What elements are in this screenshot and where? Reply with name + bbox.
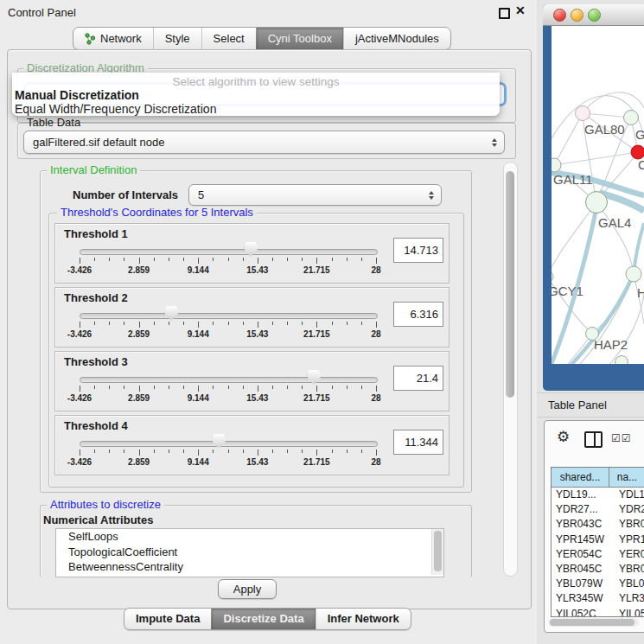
network-edge[interactable] — [583, 92, 644, 113]
table-row[interactable]: YIL052CYIL05 — [552, 607, 644, 618]
slider-track[interactable] — [80, 441, 378, 447]
slider-tick — [183, 322, 184, 325]
table-row[interactable]: YPR145WYPR14 — [552, 532, 644, 547]
threshold-value-field[interactable]: 6.316 — [393, 302, 443, 327]
apply-button[interactable]: Apply — [218, 579, 277, 599]
slider-tick — [258, 450, 258, 456]
column-layout-icon[interactable] — [584, 431, 603, 448]
tab-label: Cyni Toolbox — [268, 28, 332, 49]
network-window-titlebar[interactable] — [543, 4, 644, 26]
tab-label: jActiveMNodules — [355, 28, 439, 49]
cell-shared-name: YDL19... — [552, 488, 614, 502]
tab-cyni-toolbox[interactable]: Cyni Toolbox — [256, 28, 343, 49]
table-row[interactable]: YBR045CYBR04 — [552, 562, 644, 577]
table-row[interactable]: YLR345WYLR34 — [552, 591, 644, 606]
slider-tick — [316, 386, 317, 392]
slider-tick — [347, 386, 348, 389]
tab-label: Discretize Data — [223, 609, 303, 629]
cell-name: YIL05 — [614, 607, 644, 618]
slider-tick-label: 21.715 — [292, 457, 341, 467]
network-edge[interactable] — [596, 202, 634, 274]
table-column-header[interactable]: shared... — [552, 468, 609, 487]
threshold-3-box: Threshold 3-3.4262.8599.14415.4321.71528… — [54, 351, 450, 411]
tab-select[interactable]: Select — [201, 28, 256, 49]
table-row[interactable]: YBR043CYBR04 — [552, 517, 644, 532]
slider-tick — [243, 322, 244, 325]
tab-label: Network — [100, 28, 142, 49]
network-node[interactable] — [624, 111, 639, 125]
threshold-label: Threshold 2 — [64, 291, 128, 304]
minimize-traffic-light-icon[interactable] — [571, 9, 583, 22]
tab-discretize-data[interactable]: Discretize Data — [211, 609, 315, 629]
slider-tick — [376, 322, 377, 328]
numerical-attributes-label: Numerical Attributes — [43, 513, 153, 526]
slider-tick — [332, 322, 333, 325]
attribute-list-item[interactable]: TopologicalCoefficient — [56, 545, 443, 560]
close-icon[interactable]: ✕ — [515, 3, 526, 17]
slider-track[interactable] — [80, 313, 378, 319]
table-row[interactable]: YDR27...YDR27 — [552, 502, 644, 517]
tab-impute-data[interactable]: Impute Data — [124, 609, 211, 629]
slider-tick-label: 15.43 — [233, 457, 282, 467]
thresholds-group-title: Threshold's Coordinates for 5 Intervals — [57, 207, 257, 219]
network-node[interactable] — [552, 271, 553, 283]
network-node[interactable] — [626, 266, 641, 282]
attributes-list-scrollbar[interactable] — [431, 529, 443, 575]
number-of-intervals-label: Number of Intervals — [73, 188, 178, 201]
stepper-icon — [429, 191, 434, 200]
threshold-value-field[interactable]: 11.344 — [393, 430, 443, 455]
table-row[interactable]: YER054CYER05 — [552, 547, 644, 562]
vertical-scrollbar[interactable] — [503, 162, 518, 577]
network-icon — [85, 33, 96, 45]
network-edge[interactable] — [554, 113, 583, 165]
network-node[interactable] — [552, 158, 561, 172]
network-node[interactable] — [576, 106, 590, 121]
popup-option-manual[interactable]: Manual Discretization — [15, 88, 139, 102]
slider-tick — [80, 386, 80, 392]
float-window-icon[interactable] — [499, 8, 510, 19]
table-data-combobox[interactable]: galFiltered.sif default node — [23, 131, 505, 154]
threshold-value-field[interactable]: 21.4 — [393, 366, 443, 391]
cell-name: YPR14 — [614, 532, 644, 547]
slider-tick-label: 15.43 — [233, 329, 282, 339]
cell-name: YDL19 — [614, 488, 644, 502]
table-hscrollbar-thumb[interactable] — [550, 619, 634, 626]
table-column-header[interactable]: na... — [609, 468, 644, 487]
tab-jactivemnodules[interactable]: jActiveMNodules — [343, 28, 450, 49]
cell-shared-name: YER054C — [552, 547, 614, 562]
zoom-traffic-light-icon[interactable] — [588, 9, 601, 22]
tab-infer-network[interactable]: Infer Network — [316, 609, 411, 629]
table-row[interactable]: YBL079WYBL07 — [552, 577, 644, 591]
slider-tick — [243, 258, 244, 261]
select-columns-icon[interactable]: ☑☑ — [611, 432, 632, 444]
slider-track[interactable] — [80, 377, 378, 383]
table-row[interactable]: YDL19...YDL19 — [552, 488, 644, 502]
number-of-intervals-combobox[interactable]: 5 — [188, 184, 442, 206]
slider-tick — [272, 322, 273, 325]
cell-shared-name: YPR145W — [552, 532, 614, 547]
slider-tick — [302, 386, 303, 389]
slider-tick — [332, 450, 333, 453]
network-node[interactable] — [586, 192, 608, 214]
algorithm-dropdown-popup: Select algorithm to view settings Manual… — [12, 73, 500, 116]
slider-tick — [154, 258, 155, 261]
table-horizontal-scrollbar[interactable] — [548, 618, 639, 627]
network-canvas[interactable]: GAL80GACGAL11GAL4GCY1HHAP2 — [552, 26, 644, 364]
gear-icon[interactable]: ⚙ — [557, 428, 570, 445]
network-node[interactable] — [615, 356, 628, 365]
attribute-list-item[interactable]: SelfLoops — [56, 529, 443, 545]
attributes-scrollbar-thumb[interactable] — [434, 531, 442, 571]
slider-track[interactable] — [80, 249, 378, 255]
tab-network[interactable]: Network — [73, 28, 153, 49]
threshold-value-field[interactable]: 14.713 — [393, 238, 443, 263]
network-node-label: HAP2 — [594, 337, 628, 352]
close-traffic-light-icon[interactable] — [553, 9, 566, 22]
slider-tick-label: 28 — [352, 265, 400, 275]
network-edge[interactable] — [554, 152, 638, 165]
threshold-list: Threshold 1-3.4262.8599.14415.4321.71528… — [54, 223, 450, 479]
tab-style[interactable]: Style — [153, 28, 201, 49]
slider-tick — [376, 386, 377, 392]
popup-option-equal-width[interactable]: Equal Width/Frequency Discretization — [15, 102, 216, 116]
vertical-scrollbar-thumb[interactable] — [506, 171, 514, 398]
attribute-list-item[interactable]: BetweennessCentrality — [56, 559, 443, 575]
